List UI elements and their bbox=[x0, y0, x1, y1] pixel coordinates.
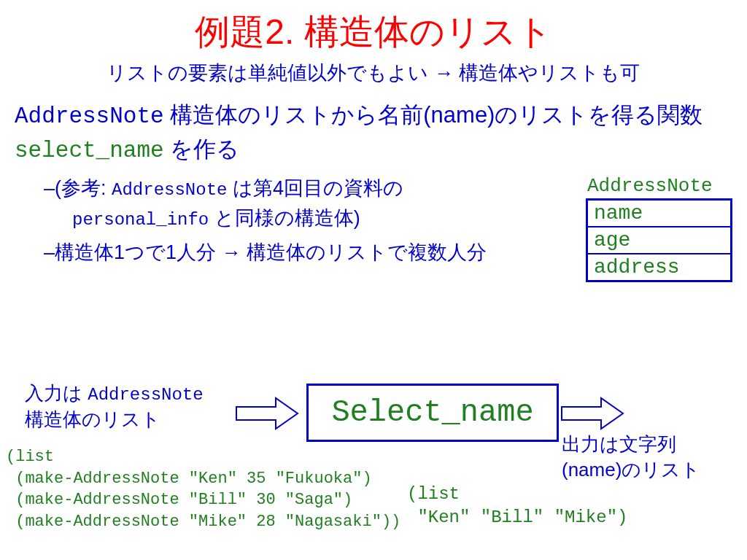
struct-table: name age address bbox=[586, 198, 732, 282]
struct-row-age: age bbox=[588, 228, 730, 254]
struct-label: AddressNote bbox=[587, 175, 728, 197]
main-paragraph: AddressNote 構造体のリストから名前(name)のリストを得る関数 s… bbox=[15, 99, 732, 168]
input-label-line2: 構造体のリスト bbox=[25, 408, 160, 430]
struct-diagram: AddressNote name age address bbox=[586, 175, 728, 282]
bullet-1e: と同様の構造体) bbox=[209, 207, 360, 229]
output-label-l2: (name)のリスト bbox=[562, 459, 700, 481]
input-label-pre: 入力は bbox=[25, 382, 88, 404]
code-input: (list (make-AddressNote "Ken" 35 "Fukuok… bbox=[6, 446, 400, 533]
slide-subtitle: リストの要素は単純値以外でもよい → 構造体やリストも可 bbox=[0, 60, 747, 86]
bullet-1c: は第4回目の資料の bbox=[227, 177, 403, 199]
struct-row-name: name bbox=[588, 201, 730, 228]
input-label-mono: AddressNote bbox=[88, 385, 203, 405]
bullet-1-mono2: personal_info bbox=[72, 210, 209, 230]
struct-row-address: address bbox=[588, 254, 730, 280]
output-label: 出力は文字列 (name)のリスト bbox=[562, 432, 700, 483]
main-text-2: を作る bbox=[164, 136, 240, 162]
bullet-1-mono1: AddressNote bbox=[112, 180, 227, 200]
output-label-l1: 出力は文字列 bbox=[562, 433, 676, 455]
function-box: Select_name bbox=[306, 384, 559, 442]
flow-diagram: 入力は AddressNote 構造体のリスト Select_name 出力は文… bbox=[0, 381, 747, 548]
main-text-1: 構造体のリストから名前(name)のリストを得る関数 bbox=[164, 102, 703, 128]
select-name-word: select_name bbox=[15, 138, 164, 163]
bullet-1a: –(参考: bbox=[44, 177, 112, 199]
slide-title: 例題2. 構造体のリスト bbox=[0, 9, 747, 55]
arrow-right-icon bbox=[560, 397, 624, 430]
input-label: 入力は AddressNote 構造体のリスト bbox=[25, 381, 204, 432]
addressnote-word: AddressNote bbox=[15, 104, 164, 129]
arrow-right-icon bbox=[235, 397, 299, 430]
code-output: (list "Ken" "Bill" "Mike") bbox=[407, 483, 627, 530]
